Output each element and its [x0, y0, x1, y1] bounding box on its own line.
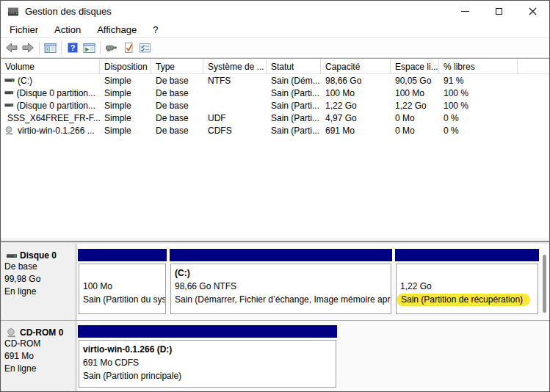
hdd-volume-icon [4, 77, 15, 84]
cell-espace: 100 Mo [391, 87, 439, 99]
partition-size: 691 Mo CDFS [83, 356, 332, 369]
cell-disposition: Simple [100, 99, 151, 112]
cell-capacite: 4,97 Go [321, 112, 391, 124]
menu-affichage[interactable]: Affichage [89, 23, 145, 37]
disk-row-disque0: Disque 0 De base 99,98 Go En ligne 100 M… [1, 244, 549, 320]
volume-list: Volume Disposition Type Système de ... S… [1, 58, 549, 238]
cell-espace: 0 Mo [391, 124, 439, 137]
menu-action[interactable]: Action [46, 23, 89, 37]
partition-color-bar [78, 249, 167, 261]
disk-panel-cdrom0[interactable]: CD-ROM 0 CD-ROM 691 Mo En ligne [1, 321, 76, 391]
cell-libres: 0 % [439, 124, 518, 137]
menu-help[interactable]: ? [145, 23, 166, 37]
forward-button[interactable] [20, 40, 37, 57]
disk-title: CD-ROM 0 [20, 327, 63, 338]
column-header-statut[interactable]: Statut [267, 59, 321, 74]
cell-capacite: 100 Mo [321, 87, 391, 99]
column-header-espace[interactable]: Espace li... [391, 59, 439, 74]
cell-statut: Sain (Parti... [267, 124, 321, 137]
help-icon: ? [67, 42, 79, 54]
partition-name: virtio-win-0.1.266 (D:) [83, 343, 332, 356]
disk-status: En ligne [1, 286, 76, 298]
volume-name: (Disque 0 partition... [17, 101, 95, 111]
check-document-button[interactable] [120, 40, 137, 57]
volume-name: (Disque 0 partition... [17, 88, 95, 98]
partition-system-100mo[interactable]: 100 Mo Sain (Partition du sys [78, 249, 167, 315]
window-controls [448, 1, 549, 22]
partition-area-cdrom0: virtio-win-0.1.266 (D:) 691 Mo CDFS Sain… [77, 321, 549, 391]
svg-text:?: ? [70, 43, 75, 52]
partition-c-drive[interactable]: (C:) 98,66 Go NTFS Sain (Démarrer, Fichi… [170, 249, 392, 315]
partition-size: 98,66 Go NTFS [175, 280, 387, 293]
partition-size: 100 Mo [83, 280, 162, 293]
cell-type: De base [151, 112, 203, 124]
partition-status: Sain (Partition principale) [83, 369, 332, 382]
cell-type: De base [151, 99, 203, 112]
partition-name: (C:) [175, 266, 387, 280]
cell-type: De base [151, 124, 203, 137]
cell-systeme [203, 99, 267, 112]
toolbar-separator [39, 42, 40, 54]
cell-libres: 100 % [439, 87, 518, 99]
partition-size: 1,22 Go [400, 280, 534, 293]
show-action-pane-button[interactable] [81, 40, 98, 57]
cell-disposition: Simple [100, 74, 151, 87]
close-button[interactable] [515, 1, 549, 22]
cell-statut: Sain (Parti... [267, 87, 321, 99]
disk-management-window: Gestion des disques Fichier Action Affic… [0, 0, 550, 392]
title-bar: Gestion des disques [1, 1, 549, 22]
volume-row-partition1[interactable]: (Disque 0 partition... Simple De base Sa… [1, 87, 549, 99]
back-button[interactable] [3, 40, 20, 57]
column-header-type[interactable]: Type [151, 59, 203, 74]
cd-volume-icon [4, 126, 15, 135]
column-header-libres[interactable]: % libres [439, 59, 518, 74]
minimize-button[interactable] [448, 1, 482, 22]
pane-splitter[interactable] [1, 238, 549, 244]
volume-row-partition2[interactable]: (Disque 0 partition... Simple De base Sa… [1, 99, 549, 112]
volume-row-sss-x64free[interactable]: SSS_X64FREE_FR-F... Simple De base UDF S… [1, 112, 549, 124]
show-console-tree-button[interactable] [42, 40, 59, 57]
minimize-icon [461, 11, 469, 12]
cell-espace: 0 Mo [391, 112, 439, 124]
partition-status: Sain (Démarrer, Fichier d’échange, Image… [175, 293, 387, 306]
properties-list-button[interactable] [137, 40, 153, 57]
partition-d-drive[interactable]: virtio-win-0.1.266 (D:) 691 Mo CDFS Sain… [78, 325, 337, 388]
volume-name: SSS_X64FREE_FR-F... [7, 113, 100, 123]
cell-espace: 90,05 Go [391, 74, 439, 87]
disk-size: 691 Mo [1, 350, 76, 363]
partition-color-bar [395, 249, 539, 261]
menu-fichier[interactable]: Fichier [1, 23, 46, 37]
cell-capacite: 98,66 Go [321, 74, 391, 87]
disk-type: De base [1, 261, 76, 273]
volume-row-c[interactable]: (C:) Simple De base NTFS Sain (Dém... 98… [1, 74, 549, 87]
cell-systeme [203, 87, 267, 99]
column-header-capacite[interactable]: Capacité [321, 59, 391, 74]
cell-systeme: NTFS [203, 74, 267, 87]
volume-list-header: Volume Disposition Type Système de ... S… [1, 59, 549, 74]
toolbar: ? [1, 38, 549, 58]
maximize-button[interactable] [482, 1, 515, 22]
disk-type: CD-ROM [1, 338, 76, 350]
disk-size: 99,98 Go [1, 273, 76, 286]
forward-arrow-icon [22, 42, 35, 54]
vertical-scrollbar-thumb[interactable] [543, 255, 546, 313]
column-header-systeme[interactable]: Système de ... [203, 59, 267, 74]
cell-capacite: 1,22 Go [321, 99, 391, 112]
partition-area-disque0: 100 Mo Sain (Partition du sys (C:) 98,66… [77, 244, 549, 320]
help-button[interactable]: ? [64, 40, 81, 57]
cell-systeme: CDFS [203, 124, 267, 137]
disk-title: Disque 0 [20, 250, 57, 261]
column-header-disposition[interactable]: Disposition [100, 59, 151, 74]
partition-recovery[interactable]: 1,22 Go Sain (Partition de récupération) [395, 249, 539, 315]
disk-panel-disque0[interactable]: Disque 0 De base 99,98 Go En ligne [1, 244, 76, 320]
column-header-volume[interactable]: Volume [1, 59, 100, 74]
cell-capacite: 691 Mo [321, 124, 391, 137]
cell-libres: 100 % [439, 99, 518, 112]
disk-tool-button[interactable] [103, 40, 120, 57]
partition-color-bar [78, 325, 337, 338]
partition-status-highlighted: Sain (Partition de récupération) [397, 294, 530, 306]
disk-tool-icon [105, 43, 118, 53]
hdd-volume-icon [4, 90, 14, 96]
back-arrow-icon [5, 42, 18, 54]
volume-row-virtio-win[interactable]: virtio-win-0.1.266 ... Simple De base CD… [1, 124, 549, 137]
